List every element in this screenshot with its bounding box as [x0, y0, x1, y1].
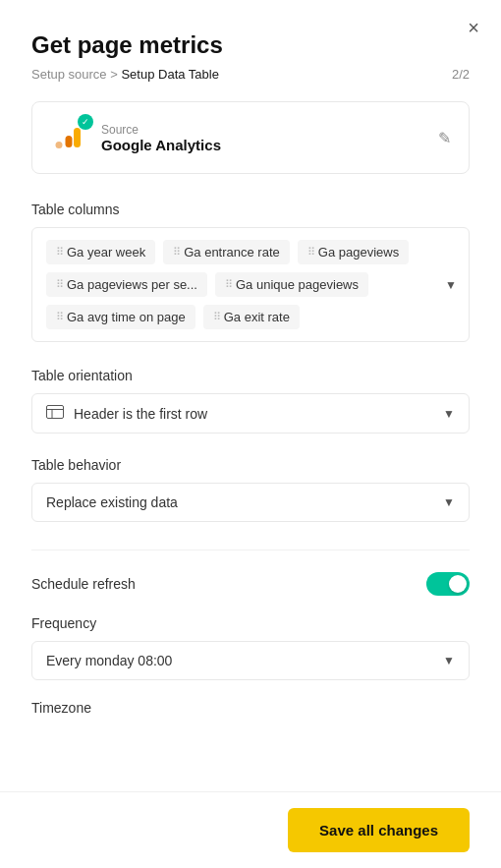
table-orientation-section: Table orientation Header is the first ro…: [31, 368, 470, 434]
tag-handle: ⠿: [56, 246, 63, 259]
frequency-label: Frequency: [31, 615, 470, 631]
source-card-left: ✓ Source Google Analytics: [50, 118, 221, 157]
step-indicator: 2/2: [452, 67, 470, 82]
source-icon-wrapper: ✓: [50, 118, 89, 157]
table-icon: [46, 405, 64, 422]
tag-handle: ⠿: [173, 246, 180, 259]
tag-handle: ⠿: [56, 278, 63, 291]
table-behavior-section: Table behavior Replace existing data ▼: [31, 457, 470, 522]
tags-dropdown-arrow[interactable]: ▼: [445, 278, 457, 292]
breadcrumb-start: Setup source: [31, 67, 107, 82]
source-name: Google Analytics: [101, 137, 221, 153]
close-button[interactable]: ×: [468, 18, 479, 37]
divider: [31, 550, 470, 550]
source-card: ✓ Source Google Analytics ✎: [31, 101, 470, 174]
table-behavior-value: Replace existing data: [46, 494, 455, 510]
main-content: ✓ Source Google Analytics ✎ Table column…: [0, 82, 501, 820]
page-title: Get page metrics: [31, 31, 470, 59]
source-label: Source: [101, 123, 221, 137]
breadcrumb-current: Setup Data Table: [121, 67, 219, 82]
frequency-section: Frequency Every monday 08:00 ▼: [31, 615, 470, 680]
table-columns-label: Table columns: [31, 202, 470, 217]
tag-ga-exit-rate[interactable]: ⠿ Ga exit rate: [203, 305, 300, 329]
edit-icon[interactable]: ✎: [438, 129, 451, 147]
breadcrumb: Setup source > Setup Data Table 2/2: [31, 67, 470, 82]
source-info: Source Google Analytics: [101, 123, 221, 153]
schedule-refresh-label: Schedule refresh: [31, 576, 136, 592]
tag-handle: ⠿: [56, 311, 63, 323]
tag-ga-pageviews-per-se[interactable]: ⠿ Ga pageviews per se...: [46, 272, 207, 297]
svg-rect-4: [47, 406, 64, 419]
table-behavior-select[interactable]: Replace existing data ▼: [31, 483, 470, 522]
tag-ga-year-week[interactable]: ⠿ Ga year week: [46, 240, 155, 264]
schedule-refresh-row: Schedule refresh: [31, 572, 470, 596]
table-behavior-label: Table behavior: [31, 457, 470, 473]
tag-label: Ga entrance rate: [184, 245, 280, 260]
table-orientation-select[interactable]: Header is the first row ▼: [31, 393, 470, 434]
tag-handle: ⠿: [307, 246, 314, 259]
table-columns-section: Table columns ⠿ Ga year week ⠿ Ga entran…: [31, 202, 470, 342]
frequency-select[interactable]: Every monday 08:00 ▼: [31, 641, 470, 680]
source-check-badge: ✓: [78, 114, 93, 130]
schedule-refresh-toggle[interactable]: [426, 572, 470, 596]
table-orientation-label: Table orientation: [31, 368, 470, 383]
tag-ga-unique-pageviews[interactable]: ⠿ Ga unique pageviews: [215, 272, 368, 297]
tag-ga-pageviews[interactable]: ⠿ Ga pageviews: [298, 240, 409, 264]
tags-container: ⠿ Ga year week ⠿ Ga entrance rate ⠿ Ga p…: [31, 227, 470, 342]
frequency-value: Every monday 08:00: [46, 653, 455, 668]
svg-rect-1: [74, 128, 81, 147]
tag-handle: ⠿: [213, 311, 220, 323]
tag-label: Ga year week: [67, 245, 145, 260]
tag-ga-avg-time[interactable]: ⠿ Ga avg time on page: [46, 305, 195, 329]
tag-ga-entrance-rate[interactable]: ⠿ Ga entrance rate: [163, 240, 290, 264]
bottom-bar: Save all changes: [0, 791, 501, 868]
table-orientation-value: Header is the first row: [74, 406, 455, 422]
tag-label: Ga unique pageviews: [236, 277, 359, 292]
tag-label: Ga exit rate: [224, 310, 290, 324]
toggle-knob: [449, 575, 467, 593]
save-all-changes-button[interactable]: Save all changes: [288, 808, 470, 852]
svg-point-3: [56, 142, 63, 148]
tag-label: Ga pageviews: [318, 245, 399, 260]
tag-label: Ga avg time on page: [67, 310, 186, 324]
timezone-label: Timezone: [31, 700, 470, 716]
tag-handle: ⠿: [225, 278, 232, 291]
breadcrumb-separator: >: [110, 67, 121, 82]
timezone-section: Timezone: [31, 700, 470, 716]
tag-label: Ga pageviews per se...: [67, 277, 197, 292]
page-header: Get page metrics Setup source > Setup Da…: [0, 0, 501, 82]
svg-rect-2: [66, 136, 73, 147]
